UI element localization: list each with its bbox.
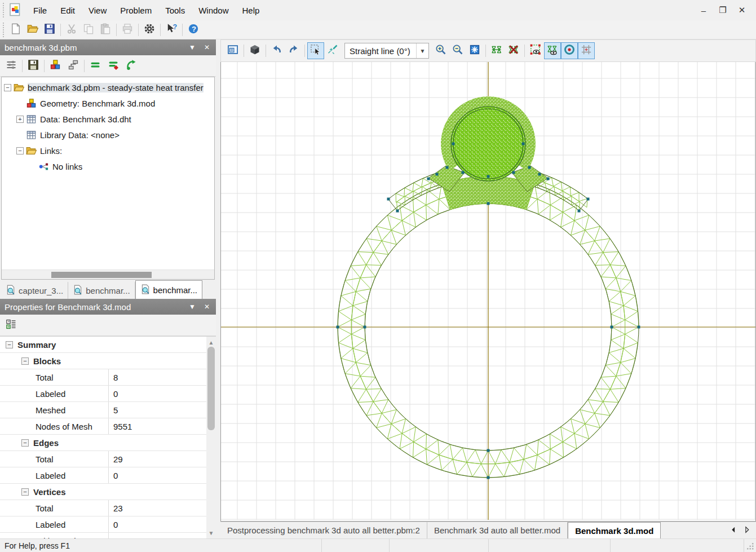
open-folder-button[interactable] [24,22,41,38]
collapse-box-icon[interactable]: − [6,341,13,348]
tree-item[interactable]: No links [4,158,214,174]
scrollbar-thumb[interactable] [51,272,152,278]
tree-item[interactable]: +Data: Benchmark 3d.dht [4,111,214,127]
property-row[interactable]: Total29 [0,451,216,467]
property-group-row[interactable]: −Vertices [0,484,216,500]
model-vertex [387,198,390,201]
mesh-eye-button[interactable] [544,42,561,59]
property-value[interactable]: 0 [109,471,118,480]
equals-red-button[interactable] [104,58,122,74]
redo-arrow-icon [288,44,299,58]
magic-wand-button[interactable] [324,42,341,59]
selection-eye-button[interactable] [527,42,544,59]
property-row[interactable]: Labeled0 [0,386,216,402]
collapse-box-icon[interactable]: − [21,488,29,496]
properties-scrollbar[interactable]: ▲▼ [206,337,216,538]
property-row[interactable]: Labeled0 [0,516,216,533]
menu-file[interactable]: File [26,2,54,19]
panel-tab-3[interactable]: benchmar... [135,280,202,299]
sliders-button[interactable] [2,58,20,74]
property-value[interactable]: 5 [109,405,118,415]
solve-green-button[interactable] [122,58,140,74]
property-row[interactable]: Nodes of Mesh9551 [0,418,216,435]
collapse-box-icon[interactable]: − [21,357,29,365]
collapse-box-icon[interactable]: − [21,439,29,447]
menu-view[interactable]: View [82,2,113,19]
gear-button[interactable] [141,22,158,38]
panel-menu-caret-icon[interactable]: ▼ [188,43,197,52]
property-group-row[interactable]: −Summary [0,337,216,353]
property-row[interactable]: With Spacing0 [0,533,216,538]
scroll-up-icon[interactable]: ▲ [206,338,216,347]
tree-item[interactable]: Library Data: <none> [4,127,214,143]
expand-box-icon[interactable]: + [16,116,24,123]
model-canvas[interactable] [220,62,756,522]
property-value[interactable]: 29 [109,454,123,464]
panel-close-icon[interactable]: ✕ [202,43,211,52]
menu-help[interactable]: Help [236,2,267,19]
undo-arrow-button[interactable] [268,42,285,59]
property-value[interactable]: 0 [109,536,118,539]
menu-problem[interactable]: Problem [113,2,158,19]
property-value[interactable]: 9551 [109,422,132,431]
tree-item[interactable]: Geometry: Benchmark 3d.mod [4,95,214,111]
zoom-in-button[interactable] [432,42,449,59]
panel-props-button[interactable] [224,42,241,59]
property-row[interactable]: Labeled0 [0,467,216,484]
floppy-dark-button[interactable] [24,58,42,74]
select-arrow-button[interactable] [307,42,324,59]
new-doc-button[interactable] [7,22,24,38]
edge-type-combo[interactable]: Straight line (0°)▼ [344,43,429,59]
tab-next-icon[interactable] [743,526,750,535]
connector-button[interactable] [64,58,82,74]
copy-pages-icon [83,23,94,37]
property-value[interactable]: 0 [109,520,118,529]
zoom-fit-button[interactable] [466,42,483,59]
close-window-button[interactable]: ✕ [732,3,751,17]
combo-caret-icon[interactable]: ▼ [416,43,428,58]
collapse-box-icon[interactable]: − [16,147,24,154]
zoom-out-button[interactable] [449,42,466,59]
categorized-view-button[interactable]: ++ [2,317,20,333]
minimize-window-button[interactable]: – [694,3,713,17]
property-row[interactable]: Meshed5 [0,402,216,418]
scrollbar-thumb[interactable] [207,347,215,430]
panel-close-icon[interactable]: ✕ [202,302,211,311]
doc-tab-1[interactable]: Postprocessing benchmark 3d auto all bet… [220,522,427,538]
menu-edit[interactable]: Edit [54,2,82,19]
mesh-build-button[interactable] [488,42,505,59]
property-group-row[interactable]: −Blocks [0,353,216,369]
panel-tab-1[interactable]: capteur_3... [1,282,68,299]
menu-tools[interactable]: Tools [158,2,192,19]
grid-toggle-button[interactable] [578,42,595,59]
tree-item[interactable]: −benchmark 3d.pbm - steady-state heat tr… [4,80,214,95]
save-floppy-button[interactable] [41,22,58,38]
target-dot-button[interactable] [561,42,578,59]
context-help-button[interactable]: ? [163,22,180,38]
doc-tab-3[interactable]: Benchmark 3d.mod [568,522,661,538]
panel-menu-caret-icon[interactable]: ▼ [188,302,197,311]
restore-window-button[interactable]: ❐ [713,3,732,17]
collapse-box-icon[interactable]: − [4,84,11,91]
property-value[interactable]: 23 [109,504,123,513]
mesh-delete-button[interactable] [505,42,522,59]
property-value[interactable]: 8 [109,373,118,382]
panel-tab-2[interactable]: benchmar... [68,282,135,299]
cube-3d-button[interactable] [246,42,263,59]
tree-horizontal-scrollbar[interactable] [2,270,214,279]
equals-green-button[interactable] [86,58,104,74]
scroll-down-icon[interactable]: ▼ [206,528,216,537]
cubes-button[interactable] [46,58,64,74]
property-row[interactable]: Total8 [0,369,216,386]
help-circle-button[interactable]: ? [185,22,202,38]
property-group-row[interactable]: −Edges [0,435,216,451]
panel-splitter[interactable] [216,39,220,538]
tree-item[interactable]: −Links: [4,143,214,158]
property-value[interactable]: 0 [109,389,118,399]
property-row[interactable]: Total23 [0,500,216,516]
tab-prev-icon[interactable] [730,526,737,535]
doc-tab-2[interactable]: Benchmark 3d auto all better.mod [427,522,568,538]
menu-window[interactable]: Window [192,2,235,19]
properties-panel-title: Properties for Benchmark 3d.mod [5,302,131,312]
redo-arrow-button[interactable] [285,42,302,59]
